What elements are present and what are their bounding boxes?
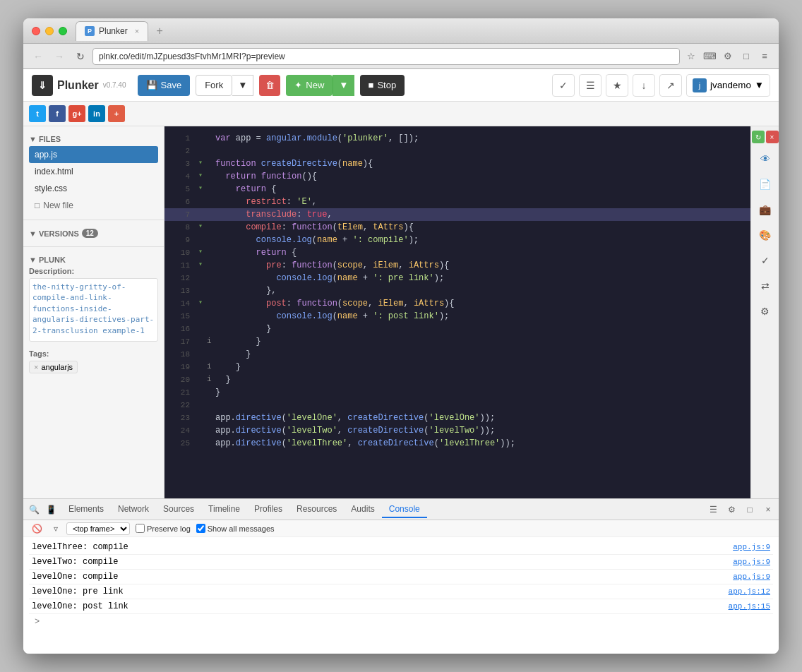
line-code: pre: function(scope, iElem, iAttrs){ [215,259,745,272]
devtools-list-button[interactable]: ☰ [705,502,721,517]
console-filter-button[interactable]: ▿ [51,524,61,534]
extensions-button[interactable]: ⚙ [719,48,736,65]
line-number: 13 [170,284,190,297]
user-button[interactable]: j jvandemo ▼ [686,74,770,97]
devtools-tab-sources[interactable]: Sources [156,501,201,518]
sidebar: ▼ FILES app.js index.html style.css □ Ne… [23,126,164,498]
description-textarea[interactable]: the-nitty-gritty-of-compile-and-link-fun… [29,278,158,342]
devtools-dock-button[interactable]: □ [742,502,758,517]
preserve-log-checkbox[interactable] [136,524,145,533]
code-line-21: 21} [164,386,750,399]
preview-refresh-button[interactable]: ↻ [752,131,765,143]
fork-dropdown-button[interactable]: ▼ [232,75,253,96]
console-log-file[interactable]: app.js:9 [733,558,770,566]
preview-doc-button[interactable]: 📄 [754,173,777,196]
console-log-file[interactable]: app.js:15 [729,602,770,611]
add-social-button[interactable]: + [108,105,125,122]
save-button[interactable]: 💾 Save [138,75,191,96]
devtools-tab-elements[interactable]: Elements [61,501,111,518]
line-code: app.directive('levelOne', createDirectiv… [215,412,745,424]
line-number: 3 [170,157,190,170]
forward-button[interactable]: → [50,47,68,66]
twitter-button[interactable]: t [29,105,46,122]
code-line-3: 3▾function createDirective(name){ [164,157,750,170]
line-number: 10 [170,246,190,259]
facebook-icon: f [56,109,59,118]
preview-briefcase-button[interactable]: 💼 [754,198,777,221]
versions-label[interactable]: ▼ VERSIONS [29,229,79,238]
sidebar-file-appjs[interactable]: app.js [29,146,158,163]
plunk-section-title[interactable]: ▼ PLUNK [29,253,158,267]
preview-settings-button[interactable]: ⚙ [754,300,777,323]
new-tab-button[interactable]: + [151,23,168,40]
line-indicator: i [207,335,215,347]
maximize-button[interactable] [59,27,67,35]
active-tab[interactable]: P Plunker × [76,21,148,41]
devtools-tab-audits[interactable]: Audits [344,501,381,518]
menu-button[interactable]: ≡ [756,48,773,65]
devtools-tab-timeline[interactable]: Timeline [201,501,247,518]
show-all-messages-label: Show all messages [196,524,275,533]
linkedin-button[interactable]: in [88,105,105,122]
new-dropdown-button[interactable]: ▼ [333,75,354,96]
devtools-settings-button[interactable]: ⚙ [724,502,739,517]
facebook-button[interactable]: f [49,105,66,122]
line-number: 2 [170,145,190,157]
line-code: } [215,373,745,386]
console-clear-button[interactable]: 🚫 [29,524,45,534]
devtools-tab-console[interactable]: Console [382,501,427,518]
star-button[interactable]: ★ [606,74,628,97]
minimize-button[interactable] [45,27,54,35]
code-editor[interactable]: 1var app = angular.module('plunker', [])… [164,126,750,498]
sidebar-file-stylecss[interactable]: style.css [29,180,158,197]
devtools-search-button[interactable]: 🔍 [26,502,42,517]
bookmark-star-button[interactable]: ☆ [683,48,700,65]
delete-button[interactable]: 🗑 [259,75,280,96]
code-line-17: 17i } [164,335,750,348]
share-button[interactable]: ↗ [659,74,682,97]
console-log-file[interactable]: app.js:9 [733,543,770,551]
console-log-file[interactable]: app.js:12 [729,587,770,596]
preview-close-button[interactable]: × [766,131,779,143]
tag-angularjs: × angularjs [29,361,78,373]
screen-button[interactable]: □ [738,48,755,65]
devtools-tab-resources[interactable]: Resources [289,501,344,518]
fork-button[interactable]: Fork [196,75,232,96]
sidebar-file-indexhtml[interactable]: index.html [29,163,158,180]
code-line-13: 13 }, [164,284,750,297]
show-all-messages-checkbox[interactable] [196,524,205,533]
devtools-close-button[interactable]: × [760,502,776,517]
stop-button[interactable]: ■ Stop [360,75,405,96]
reload-button[interactable]: ↻ [71,47,90,66]
line-number: 9 [170,234,190,246]
layout-button[interactable]: ☰ [579,74,602,97]
console-log-row: levelOne: pre linkapp.js:12 [29,584,773,599]
new-button[interactable]: ✦ New [286,75,333,96]
new-file-button[interactable]: □ New file [29,197,158,214]
frame-dropdown[interactable]: <top frame> [66,522,130,535]
download-button[interactable]: ↓ [633,74,655,97]
preview-swap-button[interactable]: ⇄ [754,275,777,297]
devtools-tab-icons: 🔍 📱 [26,502,59,517]
devtools-tab-network[interactable]: Network [111,501,156,518]
google-button[interactable]: g+ [68,105,85,122]
tag-remove-button[interactable]: × [34,363,38,371]
checkmark-button[interactable]: ✓ [552,74,575,97]
new-button-group: ✦ New ▼ [286,75,354,96]
preview-check-button[interactable]: ✓ [754,249,777,272]
devtools-tab-profiles[interactable]: Profiles [247,501,289,518]
line-code: app.directive('levelTwo', createDirectiv… [215,424,745,437]
back-button[interactable]: ← [29,47,47,66]
code-line-15: 15 console.log(name + ': post link'); [164,310,750,323]
close-button[interactable] [32,27,40,35]
line-code: console.log(name + ': post link'); [215,310,745,323]
console-log-row: levelOne: post linkapp.js:15 [29,599,773,614]
preview-eye-button[interactable]: 👁 [754,148,777,170]
devtools-device-button[interactable]: 📱 [43,502,59,517]
editor-area[interactable]: 1var app = angular.module('plunker', [])… [164,126,750,498]
console-log-file[interactable]: app.js:9 [733,572,770,581]
preview-palette-button[interactable]: 🎨 [754,224,777,246]
history-button[interactable]: ⌨ [701,48,718,65]
address-bar[interactable] [92,48,680,65]
tab-close-button[interactable]: × [135,27,139,35]
